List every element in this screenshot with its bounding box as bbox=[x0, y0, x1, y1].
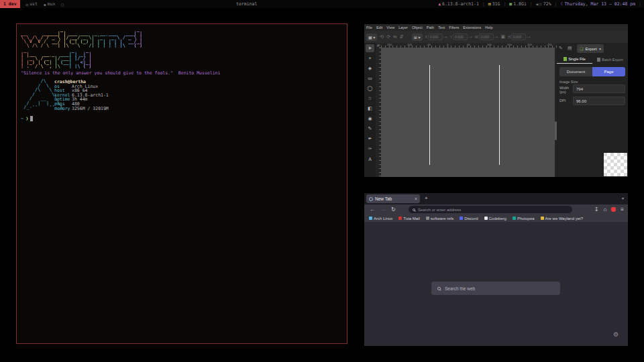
menu-button[interactable]: ≡ bbox=[621, 206, 624, 213]
select-mode-dropdown[interactable]: ▦ ▾ bbox=[366, 34, 377, 41]
menu-path[interactable]: Path bbox=[427, 25, 434, 29]
flip-vertical-icon[interactable]: ⇵ bbox=[400, 34, 404, 40]
spin-buttons[interactable]: −+ bbox=[527, 35, 531, 39]
bookmark-favicon bbox=[541, 217, 544, 220]
spin-buttons[interactable]: −+ bbox=[494, 35, 498, 39]
bookmark-codeberg[interactable]: Codeberg bbox=[484, 217, 506, 221]
workspace-item-ust[interactable]: ◎ ust bbox=[26, 1, 38, 7]
tool-pen[interactable]: ✒ bbox=[366, 135, 374, 143]
menu-file[interactable]: File bbox=[366, 25, 372, 29]
x-value[interactable]: 0.000 bbox=[428, 34, 443, 40]
tab-list-chevron-icon[interactable]: ▾ bbox=[622, 196, 624, 200]
bookmark-arch-linux[interactable]: Arch Linux bbox=[369, 217, 392, 221]
kernel-module: ▲ 6.13.8-arch1-1 bbox=[438, 1, 479, 7]
tool-rectangle[interactable]: ▭ bbox=[366, 74, 374, 82]
tool-spiral[interactable]: ◉ bbox=[366, 115, 374, 123]
bookmark-discord[interactable]: Discord bbox=[460, 217, 478, 221]
bookmark-folder-software-refs[interactable]: software refs bbox=[426, 217, 453, 221]
separator: | bbox=[503, 1, 506, 7]
menu-text[interactable]: Text bbox=[438, 25, 445, 29]
canvas-area[interactable]: ▱ -150 -100 -50 0 50 100 150 200 250 bbox=[376, 43, 557, 177]
vertical-ruler[interactable] bbox=[376, 48, 381, 177]
menu-edit[interactable]: Edit bbox=[376, 25, 382, 29]
tool-node-editor[interactable]: ⌖ bbox=[366, 54, 374, 62]
url-bar[interactable]: Search or enter address bbox=[409, 206, 572, 213]
height-field[interactable]: H 0.000−+ bbox=[508, 34, 530, 40]
workspace-active[interactable]: 1 dev bbox=[0, 0, 20, 8]
shell-prompt[interactable]: ~ ❯ bbox=[21, 116, 33, 121]
bookmark-favicon bbox=[398, 217, 402, 220]
inkscape-window[interactable]: File Edit View Layer Object Path Text Fi… bbox=[364, 24, 628, 177]
export-dialog-tab[interactable]: ❏ Export × bbox=[577, 44, 604, 53]
document-desk[interactable] bbox=[381, 48, 557, 177]
export-area-buttons: Document Page bbox=[559, 67, 625, 76]
spin-buttons[interactable]: −+ bbox=[468, 35, 472, 39]
dpi-label: DPI bbox=[559, 99, 566, 103]
fetch-label: memory bbox=[54, 107, 72, 111]
workspace-item-mux[interactable]: ◆ mux bbox=[44, 1, 55, 7]
bookmark-label: software refs bbox=[431, 217, 453, 221]
spin-buttons[interactable]: −+ bbox=[443, 35, 447, 39]
tool-selector[interactable]: ➤ bbox=[366, 44, 374, 52]
menu-help[interactable]: Help bbox=[485, 25, 492, 29]
workspace-label: mux bbox=[48, 1, 56, 7]
page-button[interactable]: Page bbox=[592, 67, 625, 76]
horizontal-ruler[interactable]: -150 -100 -50 0 50 100 150 200 250 bbox=[381, 43, 557, 48]
menu-bar: File Edit View Layer Object Path Text Fi… bbox=[364, 24, 628, 31]
arch-icon: ▲ bbox=[438, 1, 441, 7]
menu-layer[interactable]: Layer bbox=[398, 25, 408, 29]
tool-ellipse[interactable]: ◯ bbox=[366, 84, 374, 93]
tool-text[interactable]: A bbox=[366, 155, 374, 163]
volume-module: ◀)) 72% bbox=[536, 1, 551, 7]
y-value[interactable]: 0.000 bbox=[453, 34, 468, 40]
new-tab-button[interactable]: + bbox=[425, 195, 428, 201]
layers-dialog-icon[interactable]: ▤ bbox=[568, 46, 572, 51]
y-coordinate-field[interactable]: Y 0.000−+ bbox=[450, 34, 472, 40]
web-search-box[interactable]: Search the web bbox=[431, 282, 560, 295]
tab-single-file[interactable]: Single File bbox=[557, 55, 592, 64]
tool-3dbox[interactable]: ◧ bbox=[366, 105, 374, 113]
align-dropdown[interactable]: ⊞ ▾ bbox=[412, 34, 423, 41]
tool-star[interactable]: ☆ bbox=[366, 95, 374, 103]
forward-button[interactable]: → bbox=[380, 206, 386, 213]
tab-new-tab[interactable]: New Tab × bbox=[366, 194, 420, 203]
tab-batch-export[interactable]: Batch Export bbox=[592, 55, 628, 64]
new-tab-page: Search the web ⚙ bbox=[364, 222, 628, 346]
tool-pencil[interactable]: ✎ bbox=[366, 125, 374, 133]
rotate-cw-icon[interactable]: ⟳ bbox=[386, 34, 390, 40]
downloads-button[interactable]: ↧ bbox=[594, 206, 599, 213]
menu-filters[interactable]: Filters bbox=[449, 25, 459, 29]
back-button[interactable]: ← bbox=[370, 206, 375, 213]
width-field[interactable]: W 0.000−+ bbox=[475, 34, 498, 40]
reload-button[interactable]: ↻ bbox=[391, 206, 396, 213]
bookmark-are-we-wayland-yet[interactable]: Are we Wayland yet? bbox=[541, 217, 583, 221]
export-width-input[interactable]: 794 bbox=[573, 84, 625, 93]
bookmark-photopea[interactable]: Photopea bbox=[513, 217, 535, 221]
tool-shape-builder[interactable]: ◈ bbox=[366, 64, 374, 72]
flip-horizontal-icon[interactable]: ⇋ bbox=[393, 34, 397, 40]
tab-close-icon[interactable]: × bbox=[415, 196, 417, 201]
bookmark-tuta-mail[interactable]: Tuta Mail bbox=[398, 217, 419, 221]
terminal-window[interactable]: _ _ __ _____| | ___ ___ _ __ ___ ___| | … bbox=[16, 23, 347, 344]
menu-object[interactable]: Object bbox=[412, 25, 423, 29]
w-value[interactable]: 0.000 bbox=[479, 34, 494, 40]
ascii-art-back: _ _ _ | |__ __ _ ___| | _| | | '_ \ / _`… bbox=[21, 48, 91, 68]
close-icon[interactable]: × bbox=[599, 47, 602, 51]
browser-window[interactable]: New Tab × + ▾ ← → ↻ Search or enter addr… bbox=[364, 193, 628, 346]
h-value[interactable]: 0.000 bbox=[511, 34, 526, 40]
menu-extensions[interactable]: Extensions bbox=[463, 25, 481, 29]
rotate-ccw-icon[interactable]: ⟲ bbox=[380, 34, 384, 40]
tab-title: New Tab bbox=[375, 196, 392, 201]
ruler-tick: -50 bbox=[427, 43, 431, 46]
home-button[interactable]: ⌂ bbox=[603, 206, 606, 213]
tool-calligraphy[interactable]: ✑ bbox=[366, 145, 374, 153]
export-dpi-input[interactable]: 96.00 bbox=[573, 97, 625, 105]
menu-view[interactable]: View bbox=[386, 25, 394, 29]
workspace-item-empty[interactable]: □ bbox=[61, 2, 64, 7]
document-button[interactable]: Document bbox=[559, 67, 592, 76]
personalize-gear-icon[interactable]: ⚙ bbox=[613, 331, 619, 338]
x-coordinate-field[interactable]: X 0.000−+ bbox=[425, 34, 447, 40]
ublock-extension-icon[interactable] bbox=[611, 207, 616, 212]
lock-ratio-icon[interactable]: ▣ bbox=[501, 34, 506, 40]
edit-dialog-icon[interactable]: ✎ bbox=[559, 46, 563, 51]
